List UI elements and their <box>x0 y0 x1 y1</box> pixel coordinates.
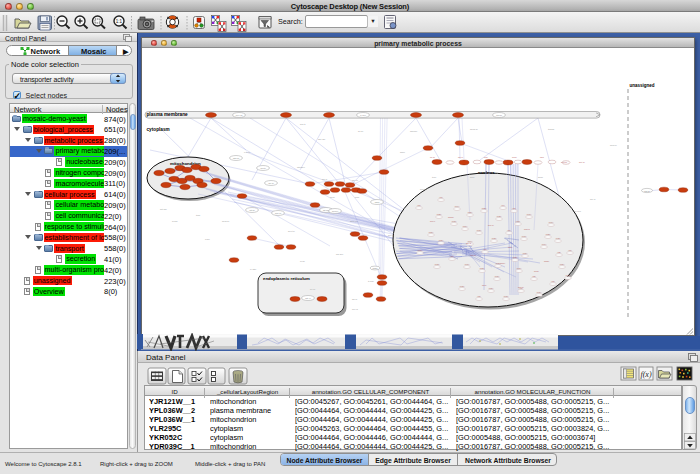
svg-text:plasma membrane: plasma membrane <box>147 112 189 117</box>
svg-text:[mcm]: [mcm] <box>448 216 454 218</box>
svg-text:[n0]: [n0] <box>568 249 572 251</box>
svg-text:[n2]: [n2] <box>557 251 561 253</box>
svg-text:[n30]: [n30] <box>495 275 500 277</box>
svg-text:[n28]: [n28] <box>482 207 487 209</box>
svg-text:[n13]: [n13] <box>522 235 527 237</box>
svg-text:[prot]: [prot] <box>261 167 266 169</box>
svg-text:[ydr b]: [ydr b] <box>244 151 250 153</box>
svg-text:[atpase]: [atpase] <box>297 166 305 168</box>
svg-text:[his h]: [his h] <box>518 286 524 288</box>
svg-text:[n31]: [n31] <box>477 229 482 231</box>
svg-text:[hsp]: [hsp] <box>400 151 405 153</box>
svg-text:[pfk]: [pfk] <box>355 196 360 198</box>
svg-text:[ctl b]: [ctl b] <box>249 209 255 211</box>
svg-text:[node]: [node] <box>332 210 338 212</box>
svg-text:[n36]: [n36] <box>537 291 542 293</box>
svg-text:[n23]: [n23] <box>480 267 485 269</box>
svg-text:[rna b]: [rna b] <box>561 161 567 163</box>
svg-text:[resp]: [resp] <box>172 220 178 222</box>
svg-text:[tat b]: [tat b] <box>644 190 650 192</box>
svg-text:[n11]: [n11] <box>516 220 521 222</box>
svg-text:[n8]: [n8] <box>477 295 481 297</box>
svg-text:[n7]: [n7] <box>439 196 443 198</box>
svg-text:[n20]: [n20] <box>439 239 444 241</box>
svg-text:cytoplasm: cytoplasm <box>147 127 170 132</box>
svg-text:[n22]: [n22] <box>546 233 551 235</box>
svg-text:[rfc a]: [rfc a] <box>466 242 472 244</box>
svg-text:[n38]: [n38] <box>492 237 497 239</box>
svg-text:[vac]: [vac] <box>205 238 210 240</box>
svg-text:[ch sg]: [ch sg] <box>420 188 427 190</box>
svg-text:[hxt p]: [hxt p] <box>579 161 585 163</box>
svg-text:[tra b]: [tra b] <box>496 114 502 116</box>
svg-text:[amino]: [amino] <box>410 130 418 132</box>
svg-text:[msh]: [msh] <box>544 260 550 262</box>
svg-text:[t rna]: [t rna] <box>368 280 374 282</box>
svg-text:[nuc ex]: [nuc ex] <box>350 220 358 222</box>
svg-text:[np c]: [np c] <box>590 198 596 200</box>
svg-text:[nm d]: [nm d] <box>275 212 281 214</box>
svg-text:[n32]: [n32] <box>556 237 561 239</box>
svg-text:[rib bio]: [rib bio] <box>336 253 344 255</box>
svg-text:[mm p]: [mm p] <box>610 144 617 146</box>
svg-text:[n3]: [n3] <box>551 280 555 282</box>
svg-text:1:1: 1:1 <box>116 19 123 24</box>
svg-text:[r me]: [r me] <box>360 114 366 116</box>
svg-text:[sn u]: [sn u] <box>458 156 464 158</box>
svg-text:[er p]: [er p] <box>310 288 315 290</box>
svg-text:nucleus: nucleus <box>478 170 495 175</box>
svg-text:[ves]: [ves] <box>300 260 305 262</box>
svg-text:[n25]: [n25] <box>437 213 442 215</box>
svg-text:[golgi a]: [golgi a] <box>470 128 478 130</box>
svg-text:[n16]: [n16] <box>465 263 470 265</box>
svg-text:[n37]: [n37] <box>517 267 522 269</box>
svg-text:[n9]: [n9] <box>450 255 454 257</box>
svg-text:[n6]: [n6] <box>507 229 511 231</box>
svg-text:[gly p]: [gly p] <box>352 179 358 181</box>
svg-text:[tca]: [tca] <box>196 214 201 216</box>
svg-text:[n0]: [n0] <box>417 204 421 206</box>
svg-text:[hx k]: [hx k] <box>268 182 274 184</box>
svg-text:[gpi an]: [gpi an] <box>318 138 326 140</box>
svg-text:f(x): f(x) <box>640 370 651 379</box>
svg-text:[v-atp]: [v-atp] <box>250 268 256 270</box>
svg-text:[n21]: [n21] <box>523 252 528 254</box>
svg-text:[n14]: [n14] <box>455 205 460 207</box>
svg-text:[mt rib]: [mt rib] <box>160 208 167 210</box>
svg-text:[dol p]: [dol p] <box>352 308 358 310</box>
svg-text:[n7]: [n7] <box>483 248 487 250</box>
svg-text:[spb]: [spb] <box>538 176 543 178</box>
svg-text:[cdc]: [cdc] <box>508 246 513 248</box>
svg-text:[n5]: [n5] <box>532 275 536 277</box>
svg-text:endoplasmic reticulum: endoplasmic reticulum <box>263 276 310 281</box>
svg-text:unassigned: unassigned <box>630 83 655 88</box>
svg-text:[n15]: [n15] <box>460 285 465 287</box>
svg-text:[txp]: [txp] <box>432 176 437 178</box>
svg-text:[n26]: [n26] <box>489 287 494 289</box>
svg-text:[n10]: [n10] <box>527 213 532 215</box>
svg-text:[top o]: [top o] <box>470 254 476 256</box>
svg-text:[snr]: [snr] <box>470 176 475 178</box>
svg-text:[rad c]: [rad c] <box>524 228 530 230</box>
svg-text:[cell w]: [cell w] <box>236 114 243 116</box>
svg-text:[smc]: [smc] <box>500 262 505 264</box>
svg-text:[x me]: [x me] <box>575 210 581 212</box>
svg-text:[n19]: [n19] <box>418 249 423 251</box>
svg-text:[gdp]: [gdp] <box>373 267 378 269</box>
svg-text:[hxk]: [hxk] <box>330 196 335 198</box>
svg-text:[pol e]: [pol e] <box>488 224 494 226</box>
svg-text:[n21]: [n21] <box>468 211 473 213</box>
svg-text:[str e]: [str e] <box>305 297 311 299</box>
svg-text:[pol l]: [pol l] <box>388 234 394 236</box>
svg-text:[nop]: [nop] <box>512 156 517 158</box>
svg-text:[cse]: [cse] <box>482 284 487 286</box>
svg-text:[pm t]: [pm t] <box>300 123 306 125</box>
svg-text:[n29]: [n29] <box>560 263 565 265</box>
svg-text:[sec tr]: [sec tr] <box>288 230 295 232</box>
svg-text:[rp a]: [rp a] <box>430 156 435 158</box>
svg-text:[n4]: [n4] <box>501 204 505 206</box>
svg-text:[nup]: [nup] <box>534 270 539 272</box>
svg-text:[n10]: [n10] <box>566 274 571 276</box>
svg-text:[glyc]: [glyc] <box>352 298 357 300</box>
svg-text:[n12]: [n12] <box>435 263 440 265</box>
